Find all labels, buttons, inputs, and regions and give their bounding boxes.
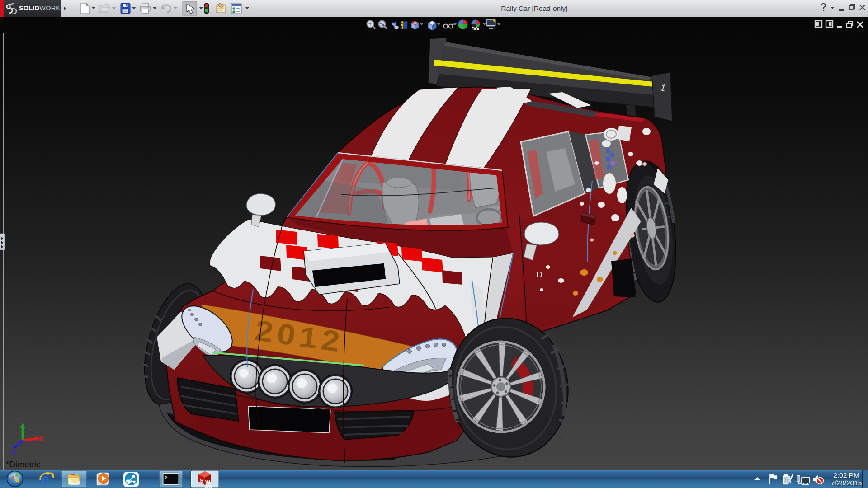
svg-text:2015: 2015 — [205, 484, 212, 488]
svg-text:S: S — [200, 478, 203, 484]
svg-text:D: D — [536, 270, 542, 279]
svg-text:*Dimetric: *Dimetric — [6, 460, 41, 469]
